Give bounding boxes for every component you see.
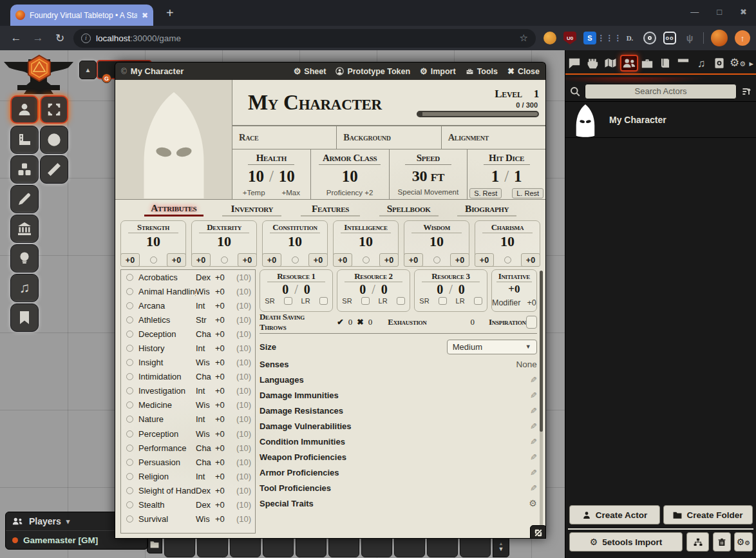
macro-slot[interactable]: [427, 535, 458, 557]
macro-slot[interactable]: [460, 535, 491, 557]
container-extension-icon[interactable]: oo: [663, 32, 676, 44]
edit-icon[interactable]: ✎: [530, 483, 537, 493]
health-stat[interactable]: Health 10/10 +Temp+Max: [232, 149, 310, 199]
edit-icon[interactable]: ✎: [530, 468, 537, 477]
skill-row[interactable]: Athletics Str +0 (10): [121, 313, 255, 327]
xp-text[interactable]: 0 / 300: [417, 101, 538, 109]
trait-weapon-proficiencies[interactable]: Weapon Proficiencies ✎: [260, 449, 537, 465]
skill-proficiency-toggle[interactable]: [126, 459, 133, 466]
trait-special-traits[interactable]: Special Traits ⚙: [260, 495, 537, 511]
hd-current[interactable]: 1: [491, 168, 500, 186]
browser-tab[interactable]: Foundry Virtual Tabletop • A Stan ✖: [10, 5, 153, 26]
search-input[interactable]: [585, 84, 737, 99]
trait-tool-proficiencies[interactable]: Tool Proficiencies ✎: [260, 480, 537, 495]
short-rest-button[interactable]: S. Rest: [469, 188, 502, 198]
background-field[interactable]: Background: [336, 126, 440, 149]
skill-row[interactable]: Sleight of Hand Dex +0 (10): [121, 483, 255, 497]
skill-proficiency-toggle[interactable]: [126, 401, 133, 409]
skill-row[interactable]: Stealth Dex +0 (10): [121, 498, 255, 512]
trait-armor-proficiencies[interactable]: Armor Proficiencies ✎: [260, 465, 537, 480]
skill-proficiency-toggle[interactable]: [126, 373, 133, 380]
sort-folders-icon[interactable]: [741, 86, 751, 97]
nav-collapse-button[interactable]: ▲: [79, 61, 97, 79]
tab-journal[interactable]: [656, 55, 674, 72]
edit-icon[interactable]: ✎: [530, 390, 537, 400]
skill-row[interactable]: Acrobatics Dex +0 (10): [121, 270, 255, 284]
window-resize-handle[interactable]: [530, 525, 546, 539]
gear-icon[interactable]: ⚙: [529, 498, 537, 508]
window-close-button[interactable]: ✖: [740, 7, 747, 17]
prototype-token-button[interactable]: Prototype Token: [335, 67, 410, 76]
tab-close-icon[interactable]: ✖: [142, 11, 148, 20]
skill-row[interactable]: Religion Int +0 (10): [121, 469, 255, 483]
skill-row[interactable]: Perception Wis +0 (10): [121, 427, 255, 441]
ability-modifier[interactable]: +0: [262, 253, 281, 267]
bookmark-star-icon[interactable]: ☆: [520, 32, 528, 44]
level-value[interactable]: 1: [534, 88, 539, 101]
ability-score[interactable]: 10: [146, 233, 160, 250]
skill-proficiency-toggle[interactable]: [126, 473, 133, 480]
ability-block[interactable]: Strength 10 +0 +0: [120, 220, 186, 267]
skill-proficiency-toggle[interactable]: [126, 487, 133, 494]
long-rest-checkbox[interactable]: [319, 297, 328, 305]
death-fail-icon[interactable]: ✖: [357, 317, 363, 327]
window-minimize-button[interactable]: —: [690, 7, 699, 17]
ability-proficiency-toggle[interactable]: [150, 256, 157, 264]
trait-senses[interactable]: Senses None: [260, 356, 537, 372]
create-actor-button[interactable]: Create Actor: [569, 505, 660, 524]
inspiration-checkbox[interactable]: [526, 316, 537, 329]
resource-value[interactable]: 0: [359, 282, 366, 296]
skill-proficiency-toggle[interactable]: [126, 331, 133, 338]
skill-proficiency-toggle[interactable]: [126, 387, 133, 394]
long-rest-checkbox[interactable]: [397, 297, 405, 305]
resource-label[interactable]: Resource 1: [267, 271, 325, 282]
notes-tool-button[interactable]: [10, 303, 39, 332]
dice-tool-button[interactable]: [10, 155, 39, 184]
fork-extension-icon[interactable]: ψ: [683, 32, 696, 44]
character-portrait[interactable]: [115, 80, 232, 199]
tab-settings[interactable]: ⚙⚙: [729, 55, 747, 72]
ability-score[interactable]: 10: [500, 233, 515, 250]
macro-slot[interactable]: [230, 535, 261, 557]
tab-attributes[interactable]: Attributes: [144, 202, 203, 216]
import-button[interactable]: ⚙Import: [420, 66, 456, 76]
exhaustion-value[interactable]: 0: [471, 317, 475, 327]
ability-save[interactable]: +0: [167, 253, 186, 267]
skill-proficiency-toggle[interactable]: [126, 416, 133, 423]
folder-tree-button[interactable]: [686, 532, 709, 552]
death-success-count[interactable]: 0: [348, 317, 353, 327]
short-rest-checkbox[interactable]: [439, 297, 447, 305]
short-rest-checkbox[interactable]: [361, 297, 370, 305]
ability-proficiency-toggle[interactable]: [504, 256, 511, 264]
resource-max[interactable]: 0: [458, 282, 465, 296]
back-button[interactable]: ←: [5, 32, 27, 44]
hd-max[interactable]: 1: [514, 168, 522, 186]
skill-row[interactable]: Nature Int +0 (10): [121, 412, 255, 427]
macro-slot[interactable]: [197, 535, 228, 557]
skill-proficiency-toggle[interactable]: [126, 345, 133, 352]
ability-modifier[interactable]: +0: [120, 253, 140, 267]
speed-value[interactable]: 30 ft: [412, 168, 444, 185]
trait-languages[interactable]: Languages ✎: [260, 372, 537, 387]
measure-tool-button[interactable]: [10, 126, 39, 154]
sheet-scrollbar[interactable]: [540, 271, 543, 531]
ability-modifier[interactable]: +0: [333, 253, 352, 267]
skill-proficiency-toggle[interactable]: [126, 515, 133, 523]
create-folder-button[interactable]: Create Folder: [663, 505, 753, 524]
configure-button[interactable]: ⚙⚙: [734, 532, 753, 552]
ability-modifier[interactable]: +0: [191, 253, 211, 267]
tab-inventory[interactable]: Inventory: [222, 203, 281, 216]
ability-block[interactable]: Constitution 10 +0 +0: [262, 220, 328, 267]
death-success-icon[interactable]: ✔: [337, 317, 343, 327]
tiles-tool-button[interactable]: [10, 215, 39, 243]
tab-playlists[interactable]: ♫: [692, 55, 710, 72]
edit-icon[interactable]: ✎: [530, 421, 537, 431]
hp-current[interactable]: 10: [248, 168, 264, 186]
target-tool-button[interactable]: [40, 126, 68, 154]
grid-extension-icon[interactable]: ⋮⋮⋮: [603, 32, 616, 44]
skill-row[interactable]: Deception Cha +0 (10): [121, 327, 255, 341]
tab-tables[interactable]: [674, 55, 692, 72]
eye-extension-icon[interactable]: [643, 32, 656, 44]
site-info-icon[interactable]: i: [81, 34, 91, 43]
5etools-import-button[interactable]: ⚙ 5etools Import: [569, 532, 683, 552]
